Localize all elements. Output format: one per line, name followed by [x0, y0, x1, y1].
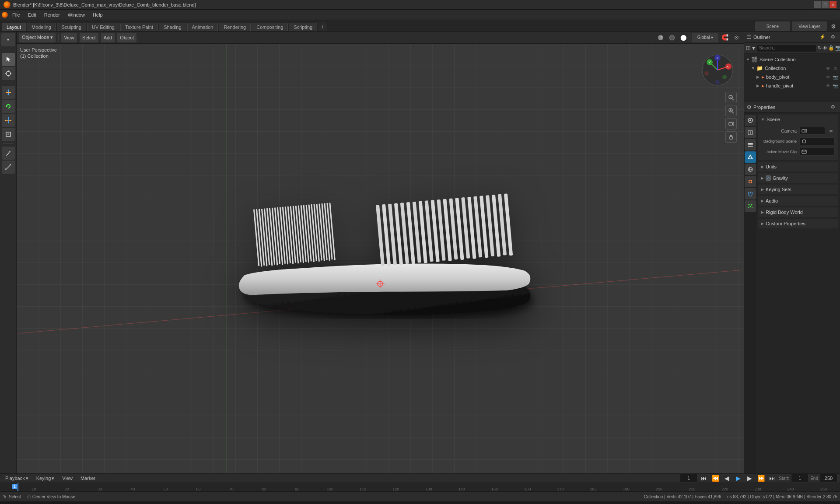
camera-view-button[interactable]: [725, 118, 737, 130]
outliner-settings-button[interactable]: ⚙: [829, 33, 837, 41]
measure-tool-button[interactable]: [2, 161, 15, 174]
playback-menu-button[interactable]: Playback ▾: [3, 474, 31, 482]
outliner-collection[interactable]: ▼ 📁 Collection 👁 ⊙: [744, 64, 840, 73]
props-view-layer-tab[interactable]: [745, 139, 756, 150]
transform-tool-button[interactable]: [2, 128, 15, 141]
props-object-tab[interactable]: [745, 176, 756, 187]
workspace-settings[interactable]: ⚙: [829, 21, 838, 31]
object-menu-button[interactable]: Object: [117, 33, 136, 42]
minimize-button[interactable]: ─: [814, 1, 821, 8]
scene-section-header[interactable]: ▼ Scene: [758, 115, 838, 124]
gravity-checkbox[interactable]: [766, 175, 771, 181]
transform-space-selector[interactable]: Global ▾: [692, 33, 718, 42]
tab-compositing[interactable]: Compositing: [252, 23, 288, 31]
outliner-handle-pivot[interactable]: ▶ ▸ handle_pivot 👁 📷: [744, 81, 840, 90]
tab-texture-paint[interactable]: Texture Paint: [120, 23, 158, 31]
select-tool-button[interactable]: [2, 53, 15, 66]
prev-frame-button[interactable]: ⏪: [710, 473, 720, 483]
lock-camera-button[interactable]: [725, 131, 737, 143]
zoom-out-button[interactable]: [725, 92, 737, 103]
viewport-shading-material[interactable]: [667, 33, 677, 42]
outliner-sync-button[interactable]: ↻: [818, 44, 822, 52]
marker-menu-button[interactable]: Marker: [78, 474, 98, 482]
viewport-overlay-toggle[interactable]: ⬤: [679, 33, 688, 42]
audio-section-header[interactable]: ▶ Audio: [758, 196, 838, 206]
camera-value[interactable]: [799, 127, 825, 135]
add-menu-button[interactable]: Add: [101, 33, 115, 42]
camera-edit-button[interactable]: ✏: [828, 127, 835, 135]
timeline-ruler[interactable]: 1 10 20 30 40 50 60 70 80 90 100 110 120…: [0, 483, 840, 492]
play-pause-button[interactable]: ▶: [733, 473, 743, 483]
outliner-render-button[interactable]: 📷: [835, 44, 840, 52]
active-movie-clip-value[interactable]: [799, 148, 835, 156]
playhead[interactable]: [18, 483, 18, 491]
maximize-button[interactable]: □: [822, 1, 829, 8]
outliner-hide-button[interactable]: 👁: [822, 44, 827, 52]
outliner-body-pivot[interactable]: ▶ ▸ body_pivot 👁 📷: [744, 73, 840, 81]
close-button[interactable]: ✕: [830, 1, 836, 8]
rotate-tool-button[interactable]: [2, 100, 15, 113]
props-modifier-tab[interactable]: [745, 188, 756, 200]
outliner-filter-button[interactable]: ⚡: [818, 33, 827, 41]
end-frame-input[interactable]: [820, 474, 837, 483]
props-render-tab[interactable]: [745, 115, 756, 126]
start-frame-input[interactable]: [791, 474, 808, 483]
navigation-gizmo[interactable]: X Y Z: [700, 52, 735, 88]
props-particles-tab[interactable]: [745, 200, 756, 212]
props-settings-button[interactable]: ⚙: [829, 103, 837, 111]
units-section-header[interactable]: ▶ Units: [758, 162, 838, 172]
view-menu-button[interactable]: View: [61, 33, 77, 42]
outliner-restrict-button[interactable]: 🔒: [828, 44, 834, 52]
tab-sculpting[interactable]: Sculpting: [57, 23, 86, 31]
menu-edit[interactable]: Edit: [24, 11, 40, 18]
props-output-tab[interactable]: [745, 127, 756, 138]
prev-keyframe-button[interactable]: ◀: [722, 473, 732, 483]
background-scene-value[interactable]: [799, 137, 835, 145]
move-tool-button[interactable]: [2, 86, 15, 99]
view-mode-selector[interactable]: Object Mode ▾: [19, 33, 56, 42]
cursor-tool-button[interactable]: [2, 67, 15, 80]
outliner-scene-collection[interactable]: ▼ 🎬 Scene Collection: [744, 55, 840, 64]
tab-layout[interactable]: Layout: [2, 23, 26, 31]
viewport-canvas[interactable]: User Perspective (1) Collection: [17, 44, 744, 473]
view-layer-selector[interactable]: View Layer: [792, 21, 827, 31]
select-menu-button[interactable]: Select: [80, 33, 98, 42]
menu-render[interactable]: Render: [41, 11, 63, 18]
mode-selector[interactable]: ▼: [1, 33, 15, 46]
props-scene-tab[interactable]: [745, 151, 756, 163]
jump-end-button[interactable]: ⏭: [767, 473, 777, 483]
keying-menu-button[interactable]: Keying ▾: [34, 474, 57, 482]
viewport[interactable]: Object Mode ▾ View Select Add Object: [17, 32, 744, 473]
proportional-edit[interactable]: ⊙: [732, 33, 741, 42]
comb-object[interactable]: [210, 183, 551, 351]
menu-window[interactable]: Window: [64, 11, 88, 18]
zoom-in-button[interactable]: [725, 105, 737, 116]
tab-shading[interactable]: Shading: [159, 23, 186, 31]
scene-selector[interactable]: Scene: [755, 21, 790, 31]
tab-scripting[interactable]: Scripting: [289, 23, 317, 31]
menu-file[interactable]: File: [9, 11, 24, 18]
custom-properties-section-header[interactable]: ▶ Custom Properties: [758, 219, 838, 228]
tab-modeling[interactable]: Modeling: [27, 23, 56, 31]
current-frame-input[interactable]: [680, 474, 697, 483]
rigid-body-world-section-header[interactable]: ▶ Rigid Body World: [758, 207, 838, 217]
scale-tool-button[interactable]: [2, 114, 15, 127]
outliner-search-input[interactable]: [757, 44, 817, 52]
viewport-shading-solid[interactable]: [656, 33, 665, 42]
tab-add-button[interactable]: +: [318, 22, 327, 31]
next-frame-button[interactable]: ⏩: [756, 473, 766, 483]
keying-sets-section-header[interactable]: ▶ Keying Sets: [758, 185, 838, 194]
tab-animation[interactable]: Animation: [187, 23, 218, 31]
menu-help[interactable]: Help: [89, 11, 106, 18]
props-world-tab[interactable]: [745, 164, 756, 175]
view-menu-button[interactable]: View: [60, 474, 75, 482]
snap-toggle[interactable]: 🧲: [720, 33, 730, 42]
annotate-tool-button[interactable]: [2, 147, 15, 160]
gravity-section-header[interactable]: ▶ Gravity: [758, 173, 838, 183]
outliner-view-layers[interactable]: ◫: [746, 44, 750, 52]
tab-uv-editing[interactable]: UV Editing: [87, 23, 119, 31]
outliner-filter-dropdown[interactable]: ▼: [751, 44, 756, 52]
jump-start-button[interactable]: ⏮: [699, 473, 709, 483]
next-keyframe-button[interactable]: ▶: [745, 473, 754, 483]
tab-rendering[interactable]: Rendering: [219, 23, 251, 31]
